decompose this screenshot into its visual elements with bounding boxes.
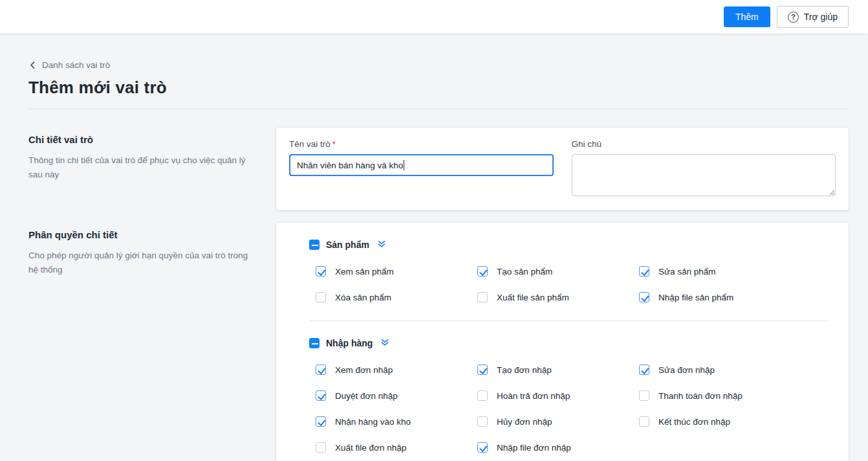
chevron-left-icon <box>28 61 37 69</box>
checkbox-icon[interactable] <box>477 416 488 427</box>
required-asterisk: * <box>332 139 336 149</box>
role-name-value: Nhân viên bán hàng và kho <box>297 161 403 170</box>
permission-grid-san-pham: Xem sản phẩm Tạo sản phẩm Sửa sản phẩm X… <box>316 265 828 304</box>
permissions-annotation: Phân quyền chi tiết Cho phép người quản … <box>28 223 276 278</box>
permission-item[interactable]: Xuất file sản phẩm <box>477 291 569 304</box>
checkbox-icon[interactable] <box>477 292 488 302</box>
permission-item[interactable]: Thanh toán đơn nhập <box>639 389 743 402</box>
page-content: Danh sách vai trò Thêm mới vai trò Chi t… <box>0 60 868 461</box>
permission-item[interactable]: Xóa sản phẩm <box>316 291 391 304</box>
checkbox-icon[interactable] <box>477 266 488 276</box>
role-details-section: Chi tiết vai trò Thông tin chi tiết của … <box>28 128 849 210</box>
breadcrumb-label: Danh sách vai trò <box>42 60 110 70</box>
group-checkbox[interactable] <box>309 338 320 348</box>
checkbox-icon[interactable] <box>477 365 488 375</box>
text-caret <box>404 160 404 170</box>
note-label: Ghi chú <box>572 139 836 149</box>
permission-item[interactable]: Sửa sản phẩm <box>639 265 716 278</box>
section-heading-permissions: Phân quyền chi tiết <box>28 229 252 240</box>
section-heading-details: Chi tiết vai trò <box>28 134 252 145</box>
permission-item[interactable]: Xem sản phẩm <box>316 265 394 278</box>
checkbox-icon[interactable] <box>477 390 488 401</box>
group-header-san-pham[interactable]: Sản phẩm <box>309 238 386 251</box>
note-field: Ghi chú <box>572 139 836 196</box>
permission-item[interactable]: Nhập file đơn nhập <box>477 441 571 454</box>
breadcrumb[interactable]: Danh sách vai trò <box>28 60 110 70</box>
permission-item[interactable]: Tạo đơn nhập <box>477 363 552 376</box>
role-name-input[interactable]: Nhân viên bán hàng và kho <box>289 154 554 176</box>
permission-item[interactable]: Duyệt đơn nhập <box>316 389 398 402</box>
checkbox-icon[interactable] <box>316 365 326 375</box>
group-divider <box>309 320 828 321</box>
permission-item[interactable]: Xuất file đơn nhập <box>316 441 406 454</box>
permission-item[interactable]: Nhận hàng vào kho <box>316 415 411 428</box>
checkbox-icon[interactable] <box>639 292 649 302</box>
group-title: Sản phẩm <box>326 240 369 250</box>
question-circle-icon: ? <box>788 12 799 23</box>
checkbox-icon[interactable] <box>639 266 649 276</box>
group-title: Nhập hàng <box>326 338 373 348</box>
help-button-label: Trợ giúp <box>804 12 838 22</box>
topbar: Thêm ? Trợ giúp <box>0 0 868 34</box>
group-checkbox[interactable] <box>309 240 320 250</box>
note-textarea[interactable] <box>572 154 836 196</box>
help-button[interactable]: ? Trợ giúp <box>777 6 849 28</box>
checkbox-icon[interactable] <box>477 442 488 453</box>
role-details-annotation: Chi tiết vai trò Thông tin chi tiết của … <box>28 128 276 183</box>
permission-item[interactable]: Hủy đơn nhập <box>477 415 552 428</box>
checkbox-icon[interactable] <box>639 416 649 427</box>
page-title: Thêm mới vai trò <box>28 78 849 98</box>
checkbox-icon[interactable] <box>316 292 326 302</box>
permission-item[interactable]: Tạo sản phẩm <box>477 265 552 278</box>
checkbox-icon[interactable] <box>639 390 649 401</box>
permission-grid-nhap-hang: Xem đơn nhập Tạo đơn nhập Sửa đơn nhập D… <box>316 363 828 454</box>
permission-item[interactable]: Sửa đơn nhập <box>639 363 715 376</box>
section-desc-permissions: Cho phép người quản lý giới hạn quyền củ… <box>28 249 252 278</box>
role-details-card: Tên vai trò* Nhân viên bán hàng và kho G… <box>276 128 849 210</box>
checkbox-icon[interactable] <box>316 266 326 276</box>
checkbox-icon[interactable] <box>316 442 326 453</box>
permission-item[interactable]: Kết thúc đơn nhập <box>639 415 730 428</box>
permissions-card: Sản phẩm Xem sản phẩm Tạo sản phẩm <box>276 223 849 461</box>
checkbox-icon[interactable] <box>316 416 326 427</box>
checkbox-icon[interactable] <box>316 390 326 401</box>
permission-item[interactable]: Nhập file sản phẩm <box>639 291 733 304</box>
role-name-field: Tên vai trò* Nhân viên bán hàng và kho <box>289 139 554 196</box>
permission-item[interactable]: Hoàn trả đơn nhập <box>477 389 570 402</box>
section-desc-details: Thông tin chi tiết của vai trò để phục v… <box>28 153 252 183</box>
chevron-double-down-icon[interactable] <box>377 240 386 251</box>
title-divider <box>28 109 849 109</box>
role-name-label: Tên vai trò* <box>289 139 554 149</box>
add-button[interactable]: Thêm <box>724 6 770 27</box>
group-header-nhap-hang[interactable]: Nhập hàng <box>309 337 389 349</box>
checkbox-icon[interactable] <box>639 365 649 375</box>
chevron-double-down-icon[interactable] <box>380 338 389 349</box>
permissions-section: Phân quyền chi tiết Cho phép người quản … <box>28 223 849 461</box>
permission-item[interactable]: Xem đơn nhập <box>316 363 393 376</box>
